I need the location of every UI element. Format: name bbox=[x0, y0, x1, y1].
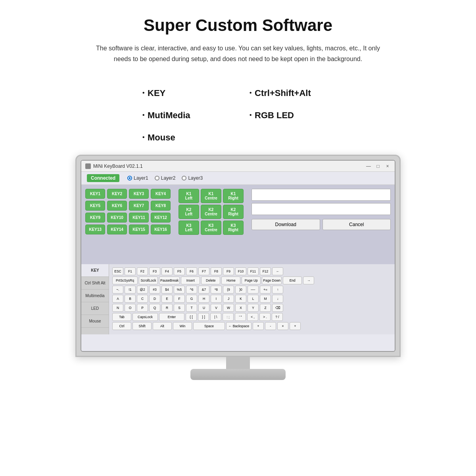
key-bracket-close[interactable]: } ] bbox=[198, 313, 209, 321]
key-num-plus[interactable]: + bbox=[253, 322, 264, 330]
key-equals[interactable]: += bbox=[260, 286, 271, 294]
key-5[interactable]: %5 bbox=[174, 286, 185, 294]
key-slash[interactable]: ? / bbox=[272, 313, 283, 321]
key-y[interactable]: Y bbox=[248, 304, 259, 312]
key-num-times[interactable]: × bbox=[277, 322, 288, 330]
key-shift[interactable]: Shift bbox=[132, 322, 152, 330]
key-n[interactable]: N bbox=[112, 304, 123, 312]
key-4[interactable]: $4 bbox=[161, 286, 173, 294]
key-l[interactable]: L bbox=[248, 295, 259, 303]
key-f11[interactable]: F11 bbox=[248, 267, 259, 275]
key-btn-6[interactable]: KEY6 bbox=[107, 201, 127, 211]
download-button[interactable]: Download bbox=[251, 219, 320, 230]
sidebar-item-led[interactable]: LED bbox=[81, 302, 109, 315]
key-x[interactable]: X bbox=[235, 304, 246, 312]
key-f7[interactable]: F7 bbox=[198, 267, 209, 275]
sidebar-item-multimedia[interactable]: Multimedia bbox=[81, 290, 109, 302]
key-7[interactable]: &7 bbox=[198, 286, 209, 294]
key-f1[interactable]: F1 bbox=[125, 267, 136, 275]
close-button[interactable]: × bbox=[384, 163, 391, 169]
k3-right[interactable]: K3Right bbox=[223, 221, 244, 235]
key-a[interactable]: A bbox=[112, 295, 123, 303]
key-f5[interactable]: F5 bbox=[174, 267, 185, 275]
key-f10[interactable]: F10 bbox=[235, 267, 246, 275]
key-semicolon[interactable]: : ; bbox=[223, 313, 234, 321]
key-win[interactable]: Win bbox=[173, 322, 192, 330]
key-c[interactable]: C bbox=[137, 295, 148, 303]
key-num-plus2[interactable]: + bbox=[290, 322, 301, 330]
key-p[interactable]: P bbox=[137, 304, 148, 312]
key-o[interactable]: O bbox=[125, 304, 136, 312]
key-w[interactable]: W bbox=[223, 304, 234, 312]
key-8[interactable]: *8 bbox=[211, 286, 222, 294]
key-6[interactable]: ^6 bbox=[186, 286, 197, 294]
key-f9[interactable]: F9 bbox=[223, 267, 234, 275]
key-delete[interactable]: Delete bbox=[201, 276, 220, 284]
key-backspace[interactable]: ← Backspace bbox=[226, 322, 251, 330]
key-btn-13[interactable]: KEY13 bbox=[85, 225, 105, 234]
key-f12[interactable]: F12 bbox=[260, 267, 271, 275]
key-f3[interactable]: F3 bbox=[149, 267, 160, 275]
sidebar-item-key[interactable]: KEY bbox=[81, 264, 109, 277]
key-u[interactable]: U bbox=[198, 304, 209, 312]
key-q[interactable]: Q bbox=[149, 304, 160, 312]
key-backspace-arrow[interactable]: ← bbox=[272, 267, 283, 275]
key-btn-7[interactable]: KEY7 bbox=[129, 201, 149, 211]
key-d[interactable]: D bbox=[149, 295, 160, 303]
key-num-minus[interactable]: - bbox=[265, 322, 276, 330]
key-scrolllock[interactable]: ScrollLock bbox=[139, 276, 158, 284]
key-prtsc[interactable]: PrtScSysRq bbox=[112, 276, 138, 284]
key-f4[interactable]: F4 bbox=[161, 267, 173, 275]
key-btn-12[interactable]: KEY12 bbox=[151, 213, 171, 223]
key-s[interactable]: S bbox=[174, 304, 185, 312]
k2-right[interactable]: K2Right bbox=[223, 205, 244, 219]
key-capslock[interactable]: CapsLock bbox=[132, 313, 158, 321]
k1-centre[interactable]: K1Centre bbox=[201, 189, 221, 203]
maximize-button[interactable]: □ bbox=[375, 163, 381, 169]
key-i[interactable]: I bbox=[211, 295, 222, 303]
key-2[interactable]: @2 bbox=[137, 286, 148, 294]
k1-left[interactable]: K1Left bbox=[178, 189, 199, 203]
key-btn-15[interactable]: KEY15 bbox=[129, 225, 149, 234]
key-g[interactable]: G bbox=[186, 295, 197, 303]
key-h[interactable]: H bbox=[198, 295, 209, 303]
cancel-button[interactable]: Cancel bbox=[322, 219, 391, 230]
key-down-arrow[interactable]: ↓ bbox=[272, 295, 283, 303]
key-btn-16[interactable]: KEY16 bbox=[151, 225, 171, 234]
layer2-radio[interactable]: Layer2 bbox=[155, 175, 176, 181]
k3-centre[interactable]: K3Centre bbox=[201, 221, 221, 235]
key-btn-10[interactable]: KEY10 bbox=[107, 213, 127, 223]
key-pageup[interactable]: Page Up bbox=[242, 276, 261, 284]
key-f8[interactable]: F8 bbox=[211, 267, 222, 275]
key-f6[interactable]: F6 bbox=[186, 267, 197, 275]
key-tilde[interactable]: ~. bbox=[112, 286, 123, 294]
key-z[interactable]: Z bbox=[260, 304, 271, 312]
key-comma[interactable]: < , bbox=[247, 313, 258, 321]
k3-left[interactable]: K3Left bbox=[178, 221, 199, 235]
key-right-arrow[interactable]: → bbox=[303, 276, 314, 284]
k2-centre[interactable]: K2Centre bbox=[201, 205, 221, 219]
key-ctrl[interactable]: Ctrl bbox=[112, 322, 131, 330]
key-del-icon[interactable]: ⌫ bbox=[272, 304, 283, 312]
key-esc[interactable]: ESC bbox=[112, 267, 123, 275]
key-home[interactable]: Home bbox=[221, 276, 240, 284]
k2-left[interactable]: K2Left bbox=[178, 205, 199, 219]
key-btn-3[interactable]: KEY3 bbox=[129, 189, 149, 199]
key-period[interactable]: > . bbox=[259, 313, 271, 321]
layer3-radio[interactable]: Layer3 bbox=[182, 175, 203, 181]
key-r[interactable]: R bbox=[161, 304, 173, 312]
minimize-button[interactable]: — bbox=[365, 163, 372, 169]
key-v[interactable]: V bbox=[211, 304, 222, 312]
input-field-1[interactable] bbox=[251, 189, 391, 201]
key-space[interactable]: Space bbox=[193, 322, 225, 330]
key-9[interactable]: (9 bbox=[223, 286, 234, 294]
key-btn-2[interactable]: KEY2 bbox=[107, 189, 127, 199]
key-e[interactable]: E bbox=[161, 295, 173, 303]
key-backslash[interactable]: | \ bbox=[210, 313, 221, 321]
key-b[interactable]: B bbox=[125, 295, 136, 303]
key-m[interactable]: M bbox=[260, 295, 271, 303]
key-btn-11[interactable]: KEY11 bbox=[129, 213, 149, 223]
key-3[interactable]: #3 bbox=[149, 286, 160, 294]
key-btn-4[interactable]: KEY4 bbox=[151, 189, 171, 199]
key-1[interactable]: !1 bbox=[125, 286, 136, 294]
